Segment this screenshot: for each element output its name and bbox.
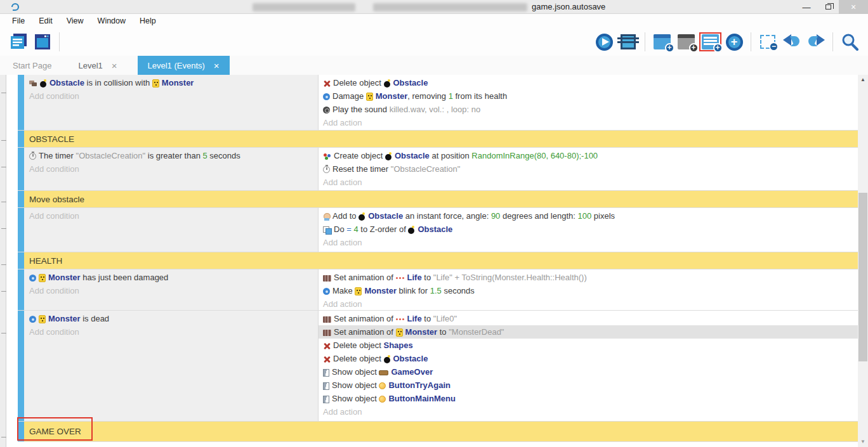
monster-icon <box>39 315 46 323</box>
action-line[interactable]: Damage Monster, removing 1 from its heal… <box>319 89 858 103</box>
tab-start-page[interactable]: Start Page <box>6 56 58 75</box>
text-segment: Set animation of <box>334 327 396 337</box>
menu-edit[interactable]: Edit <box>32 14 60 28</box>
add-object-button[interactable]: + <box>722 30 746 54</box>
action-line[interactable]: Set animation of Life to "Life" + ToStri… <box>319 271 858 284</box>
menu-window[interactable]: Window <box>91 14 133 28</box>
comment-banner[interactable]: HEALTH <box>24 252 858 269</box>
restore-button[interactable] <box>817 0 839 14</box>
action-line[interactable]: Show object GameOver <box>319 365 858 379</box>
scene-editor-button[interactable] <box>30 30 55 54</box>
text-segment: pixels <box>591 211 615 221</box>
anim-icon <box>323 316 331 323</box>
conditions-cell[interactable]: Monster has just been damagedAdd conditi… <box>24 269 319 310</box>
event-selection-bar[interactable] <box>18 208 24 252</box>
delete-icon <box>323 80 331 87</box>
search-button[interactable] <box>838 30 862 54</box>
event-selection-bar[interactable] <box>18 311 24 421</box>
debug-button[interactable] <box>616 30 640 54</box>
action-line[interactable]: Make Monster blink for 1.5 seconds <box>319 284 858 297</box>
action-line[interactable]: Delete object Obstacle <box>319 76 858 89</box>
actions-cell[interactable]: Delete object ObstacleDamage Monster, re… <box>319 75 858 130</box>
action-line[interactable]: Add to Obstacle an instant force, angle:… <box>319 209 858 223</box>
action-line[interactable]: Set animation of Monster to "MonsterDead… <box>319 325 858 339</box>
action-line[interactable]: Create object Obstacle at position Rando… <box>319 149 858 162</box>
minimize-button[interactable]: — <box>796 0 817 14</box>
event-selection-bar[interactable] <box>18 191 24 207</box>
action-line[interactable]: Set animation of Life to "Life0" <box>319 312 858 325</box>
add-condition-link[interactable]: Add condition <box>28 89 315 103</box>
add-action-link[interactable]: Add action <box>319 297 858 311</box>
event-row: Monster has just been damagedAdd conditi… <box>18 269 858 311</box>
object-link: Monster <box>405 327 438 337</box>
actions-cell[interactable]: Set animation of Life to "Life0"Set anim… <box>319 311 858 421</box>
add-scene-button[interactable]: + <box>650 30 674 54</box>
add-condition-link[interactable]: Add condition <box>28 209 315 223</box>
close-button[interactable]: × <box>839 0 868 14</box>
scrollbar-thumb[interactable] <box>858 193 867 361</box>
actions-cell[interactable]: Create object Obstacle at position Rando… <box>319 148 858 190</box>
add-condition-link[interactable]: Add condition <box>28 325 315 339</box>
add-action-link[interactable]: Add action <box>319 236 858 249</box>
project-manager-button[interactable] <box>6 30 30 54</box>
action-line[interactable]: Delete object Shapes <box>319 339 858 352</box>
event-selection-bar[interactable] <box>18 148 24 190</box>
action-line[interactable]: Show object ButtonTryAgain <box>319 379 858 392</box>
event-selection-bar[interactable] <box>18 131 24 147</box>
condition-line[interactable]: The timer "ObstacleCreation" is greater … <box>28 149 315 162</box>
action-line[interactable]: Delete object Obstacle <box>319 352 858 365</box>
vertical-scrollbar[interactable]: ▲ ▼ <box>858 75 868 447</box>
conditions-cell[interactable]: Obstacle is in collision with MonsterAdd… <box>24 75 319 130</box>
action-line[interactable]: Show object ButtonMainMenu <box>319 392 858 405</box>
conditions-cell[interactable]: Add condition <box>24 208 319 252</box>
close-tab-icon[interactable]: × <box>214 60 220 71</box>
close-tab-icon[interactable]: × <box>112 60 117 71</box>
remove-external-button[interactable]: − <box>756 30 780 54</box>
add-action-link[interactable]: Add action <box>319 176 858 189</box>
text-segment: , removing <box>407 91 448 101</box>
add-action-link[interactable]: Add action <box>319 116 858 129</box>
comment-banner[interactable]: GAME OVER <box>24 422 858 441</box>
conditions-cell[interactable]: Monster is deadAdd condition <box>24 311 319 421</box>
conditions-cell[interactable]: The timer "ObstacleCreation" is greater … <box>24 148 319 190</box>
comment-banner[interactable]: Move obstacle <box>24 191 858 207</box>
condition-line[interactable]: Obstacle is in collision with Monster <box>28 76 315 89</box>
tab-level1[interactable]: Level1× <box>68 56 127 75</box>
scroll-up-icon[interactable]: ▲ <box>858 75 868 85</box>
bomb-icon <box>385 152 392 160</box>
condition-line[interactable]: Monster is dead <box>28 312 315 325</box>
preview-play-button[interactable] <box>592 30 616 54</box>
undo-button[interactable] <box>780 30 804 54</box>
tab-level1-events[interactable]: Level1 (Events)× <box>138 56 230 75</box>
actions-cell[interactable]: Add to Obstacle an instant force, angle:… <box>319 208 858 252</box>
menu-file[interactable]: File <box>5 14 32 28</box>
event-selection-bar[interactable] <box>18 75 24 130</box>
redo-button[interactable] <box>804 30 828 54</box>
comment-banner-row: Move obstacle <box>18 191 858 208</box>
create-icon <box>323 153 331 160</box>
add-condition-link[interactable]: Add condition <box>28 284 315 297</box>
action-line[interactable]: Do = 4 to Z-order of Obstacle <box>319 223 858 236</box>
action-line[interactable]: Reset the timer "ObstacleCreation" <box>319 162 858 176</box>
add-external-layout-button[interactable]: + <box>674 30 698 54</box>
text-segment: Set animation of <box>334 273 396 282</box>
fold-tick <box>1 93 6 93</box>
actions-cell[interactable]: Set animation of Life to "Life" + ToStri… <box>319 269 858 310</box>
menu-view[interactable]: View <box>60 14 91 28</box>
add-external-events-button[interactable]: + <box>698 30 722 54</box>
text-segment: 1.5 <box>430 286 442 295</box>
scroll-down-icon[interactable]: ▼ <box>858 437 868 447</box>
action-line[interactable]: Play the sound killed.wav, vol.: , loop:… <box>319 103 858 116</box>
text-segment: Delete object <box>333 78 384 87</box>
object-link: Obstacle <box>49 78 84 87</box>
search-icon <box>841 33 858 51</box>
bomb-icon <box>358 212 365 221</box>
event-selection-bar[interactable] <box>18 422 24 441</box>
add-action-link[interactable]: Add action <box>319 405 858 418</box>
event-selection-bar[interactable] <box>18 269 24 310</box>
event-selection-bar[interactable] <box>18 252 24 269</box>
add-condition-link[interactable]: Add condition <box>28 162 315 176</box>
menu-help[interactable]: Help <box>133 14 163 28</box>
comment-banner[interactable]: OBSTACLE <box>24 131 858 147</box>
condition-line[interactable]: Monster has just been damaged <box>28 271 315 284</box>
